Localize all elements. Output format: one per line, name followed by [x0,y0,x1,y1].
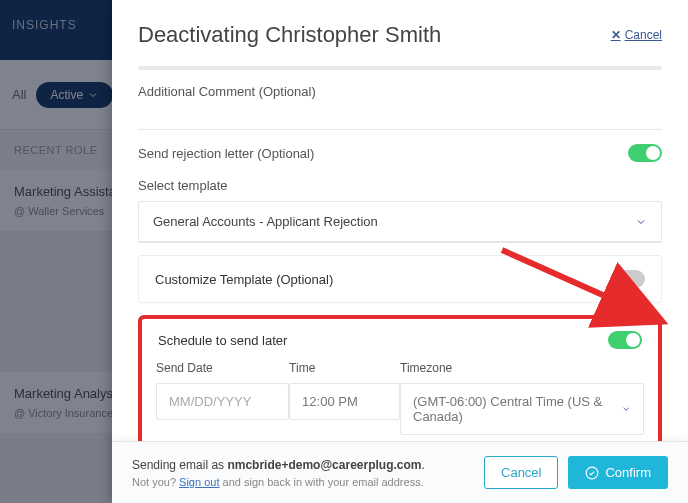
timezone-label: Timezone [400,361,644,375]
deactivate-modal: Deactivating Christopher Smith ✕ Cancel … [112,0,688,503]
modal-title: Deactivating Christopher Smith [138,22,441,48]
sign-out-link[interactable]: Sign out [179,476,219,488]
confirm-button-label: Confirm [605,465,651,480]
send-rejection-label: Send rejection letter (Optional) [138,146,314,161]
time-label: Time [289,361,400,375]
confirm-button[interactable]: Confirm [568,456,668,489]
chevron-down-icon [635,216,647,228]
send-date-input[interactable]: MM/DD/YYYY [156,383,289,420]
cancel-button[interactable]: Cancel [484,456,558,489]
timezone-select[interactable]: (GMT-06:00) Central Time (US & Canada) [400,383,644,435]
template-select[interactable]: General Accounts - Applicant Rejection [138,201,662,242]
modal-cancel-link[interactable]: ✕ Cancel [611,28,662,42]
send-rejection-toggle[interactable] [628,144,662,162]
template-select-value: General Accounts - Applicant Rejection [153,214,378,229]
send-date-placeholder: MM/DD/YYYY [169,394,251,409]
additional-comment-label: Additional Comment (Optional) [138,84,662,99]
divider [138,242,662,243]
sending-prefix: Sending email as [132,458,227,472]
sending-email: nmcbride+demo@careerplug.com [227,458,421,472]
customize-template-card: Customize Template (Optional) [138,255,662,303]
modal-footer: Sending email as nmcbride+demo@careerplu… [112,441,688,503]
check-circle-icon [585,466,599,480]
cancel-button-label: Cancel [501,465,541,480]
schedule-card: Schedule to send later Send Date MM/DD/Y… [138,315,662,441]
divider [138,129,662,130]
customize-template-toggle[interactable] [611,270,645,288]
send-date-label: Send Date [156,361,289,375]
time-value: 12:00 PM [302,394,358,409]
customize-template-label: Customize Template (Optional) [155,272,333,287]
schedule-toggle[interactable] [608,331,642,349]
select-template-label: Select template [138,178,662,193]
svg-point-1 [587,467,599,479]
chevron-down-icon [621,403,631,415]
sending-suffix: . [421,458,424,472]
modal-header: Deactivating Christopher Smith ✕ Cancel [112,0,688,66]
schedule-label: Schedule to send later [158,333,287,348]
not-you-line: Not you? Sign out and sign back in with … [132,476,425,488]
time-input[interactable]: 12:00 PM [289,383,400,420]
sign-back-text: and sign back in with your email address… [219,476,423,488]
top-scroll-indicator [138,66,662,70]
cancel-link-text: Cancel [625,28,662,42]
timezone-value: (GMT-06:00) Central Time (US & Canada) [413,394,621,424]
not-you-text: Not you? [132,476,179,488]
modal-body: Additional Comment (Optional) Send rejec… [112,66,688,441]
close-icon: ✕ [611,28,621,42]
sending-as-text: Sending email as nmcbride+demo@careerplu… [132,458,425,472]
